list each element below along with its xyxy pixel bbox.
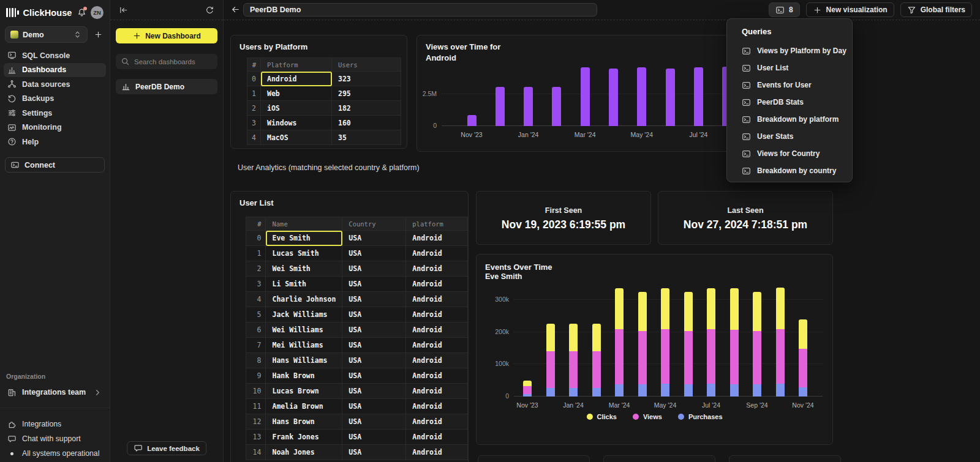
y-axis-label: 200k <box>486 328 509 335</box>
user-avatar[interactable]: ZN <box>91 6 104 19</box>
table-row[interactable]: 0Eve SmithUSAAndroid <box>246 231 468 246</box>
queries-count-button[interactable]: 8 <box>769 2 800 17</box>
table-row[interactable]: 13Frank JonesUSAAndroid <box>246 430 468 445</box>
events-over-time-panel: Events Over Time Eve Smith ClicksViewsPu… <box>476 254 833 445</box>
brand-name: ClickHouse <box>23 8 72 18</box>
bar-segment-purchases <box>523 394 532 397</box>
table-cell: Android <box>406 338 468 353</box>
bar-nov-23 <box>467 115 477 126</box>
leave-feedback-button[interactable]: Leave feedback <box>127 441 206 455</box>
sidebar-item-settings[interactable]: Settings <box>4 106 106 121</box>
legend-dot <box>633 414 639 420</box>
bar-segment-views <box>707 329 715 384</box>
table-row[interactable]: 14Noah JonesUSAAndroid <box>246 445 468 460</box>
table-cell: Android <box>406 445 468 460</box>
chart-legend: ClicksViewsPurchases <box>586 413 722 420</box>
workspace-select[interactable]: Demo <box>5 26 88 43</box>
table-cell: Android <box>406 368 468 384</box>
table-row[interactable]: 4MacOS35 <box>247 130 401 145</box>
back-button[interactable] <box>231 5 240 14</box>
chat-icon <box>7 434 17 444</box>
table-cell[interactable]: Eve Smith <box>266 231 342 246</box>
query-item-user-stats[interactable]: User Stats <box>727 128 852 145</box>
query-item-label: User List <box>757 64 788 72</box>
table-cell: 160 <box>332 116 401 130</box>
table-cell: USA <box>342 322 406 338</box>
connect-button[interactable]: Connect <box>5 157 105 173</box>
query-item-events-for-user[interactable]: Events for User <box>727 76 852 94</box>
new-dashboard-button[interactable]: New Dashboard <box>116 28 217 43</box>
global-filters-button[interactable]: Global filters <box>900 2 972 17</box>
table-cell: 6 <box>246 322 266 338</box>
sidebar-item-all-systems-operational[interactable]: All systems operational <box>4 446 106 461</box>
table-row[interactable]: 8Hans WilliamsUSAAndroid <box>246 353 468 368</box>
stacked-bar-sep-24 <box>753 292 761 397</box>
brand-row: ClickHouse ZN <box>0 0 110 20</box>
bar-segment-clicks <box>776 288 785 329</box>
sidebar-item-help[interactable]: Help <box>4 135 106 149</box>
table-row[interactable]: 2iOS182 <box>247 101 401 116</box>
sidebar-item-sql-console[interactable]: SQL Console <box>4 48 106 63</box>
table-cell[interactable]: Android <box>261 72 332 86</box>
query-item-breakdown-by-country[interactable]: Breakdown by country <box>727 162 852 179</box>
bar-dec-23 <box>496 87 505 126</box>
users-by-platform-panel: Users by Platform #PlatformUsers0Android… <box>230 35 407 149</box>
nav-sidebar: ClickHouse ZN Demo SQL ConsoleDashboards… <box>0 0 110 462</box>
table-row[interactable]: 10Lucas BrownUSAAndroid <box>246 384 468 399</box>
collapse-sidebar-button[interactable] <box>119 6 128 15</box>
new-visualization-button[interactable]: New visualization <box>806 2 894 17</box>
add-service-button[interactable] <box>91 30 105 39</box>
sidebar-item-backups[interactable]: Backups <box>4 92 106 106</box>
table-row[interactable]: 5Jack WilliamsUSAAndroid <box>246 307 468 322</box>
sidebar-item-monitoring[interactable]: Monitoring <box>4 121 106 135</box>
terminal-icon <box>742 47 751 56</box>
table-row[interactable]: 11Amelia BrownUSAAndroid <box>246 399 468 414</box>
bar-segment-views <box>684 331 693 384</box>
refresh-button[interactable] <box>205 6 214 15</box>
search-input[interactable] <box>134 58 228 65</box>
panel-title: Users by Platform <box>239 42 307 53</box>
query-item-label: Breakdown by platform <box>757 115 839 124</box>
dashboards-sidebar-header <box>110 0 223 20</box>
table-row[interactable]: 0Android323 <box>247 72 401 86</box>
table-row[interactable]: 1Web295 <box>247 86 401 101</box>
query-item-peerdb-stats[interactable]: PeerDB Stats <box>727 94 852 111</box>
table-cell: Hank Brown <box>266 368 342 384</box>
table-row[interactable]: 4Charlie JohnsonUSAAndroid <box>246 292 468 307</box>
sidebar-item-data-sources[interactable]: Data sources <box>4 77 106 92</box>
query-item-views-for-country[interactable]: Views for Country <box>727 145 852 162</box>
dashboard-list-item[interactable]: PeerDB Demo <box>116 79 217 94</box>
sidebar-item-dashboards[interactable]: Dashboards <box>4 63 106 78</box>
table-row[interactable]: 6Wei WilliamsUSAAndroid <box>246 322 468 338</box>
table-cell: USA <box>342 399 406 414</box>
partial-panel <box>603 455 715 462</box>
query-item-views-by-platform-by-day[interactable]: Views by Platform by Day <box>727 42 852 59</box>
bar-segment-views <box>776 329 785 384</box>
table-row[interactable]: 12Hans BrownUSAAndroid <box>246 414 468 430</box>
plus-icon <box>813 6 822 15</box>
table-row[interactable]: 3Li SmithUSAAndroid <box>246 277 468 292</box>
sidebar-item-integrations-team[interactable]: Integrations team <box>4 385 106 400</box>
stacked-bar-jun-24 <box>684 292 693 397</box>
table-cell: Android <box>406 322 468 338</box>
bar-segment-views <box>523 386 532 394</box>
query-item-user-list[interactable]: User List <box>727 59 852 76</box>
team-icon <box>7 388 17 397</box>
global-filters-label: Global filters <box>921 6 965 14</box>
query-item-breakdown-by-platform[interactable]: Breakdown by platform <box>727 111 852 128</box>
legend-label: Clicks <box>597 413 616 420</box>
chart-title: Events Over Time <box>485 262 552 273</box>
table-row[interactable]: 1Lucas SmithUSAAndroid <box>246 246 468 261</box>
table-row[interactable]: 7Mei WilliamsUSAAndroid <box>246 338 468 353</box>
stacked-bar-dec-23 <box>546 324 555 397</box>
notifications-button[interactable] <box>77 8 86 17</box>
table-row[interactable]: 9Hank BrownUSAAndroid <box>246 368 468 384</box>
table-row[interactable]: 2Wei SmithUSAAndroid <box>246 261 468 277</box>
dashboard-title-input[interactable] <box>243 3 597 17</box>
table-cell: iOS <box>261 101 332 116</box>
queries-count: 8 <box>789 6 793 14</box>
column-header: Name <box>266 217 342 231</box>
sidebar-item-chat-with-support[interactable]: Chat with support <box>4 431 106 446</box>
table-row[interactable]: 3Windows160 <box>247 116 401 130</box>
sidebar-item-integrations[interactable]: Integrations <box>4 417 106 431</box>
